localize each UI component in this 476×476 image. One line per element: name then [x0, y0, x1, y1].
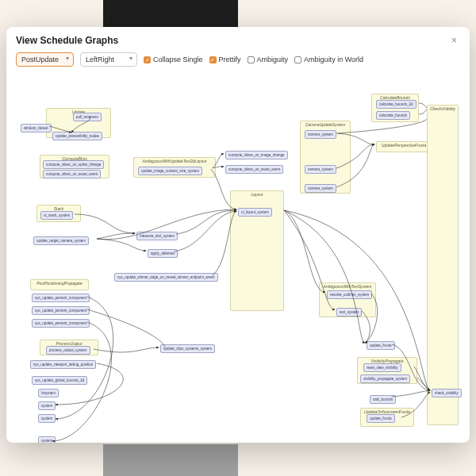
node-system-c[interactable]: system — [38, 436, 56, 443]
close-icon[interactable]: × — [448, 33, 460, 48]
node-compute-slices-image[interactable]: compute_slices_on_image_change — [225, 151, 288, 159]
checkbox-collapse-single[interactable]: Collapse Single — [144, 56, 203, 63]
background-dark-bottom — [103, 444, 238, 476]
group-title: AmbiguousWithUpdateText2dLayout — [134, 159, 215, 163]
group-title: CheckVisibility — [428, 106, 458, 111]
node-apply-deferred[interactable]: apply_deferred — [148, 249, 178, 258]
node-update-clips-systems[interactable]: update_clips_systems_system — [160, 344, 215, 353]
group-title: AmbiguousWithTextSystem — [320, 284, 375, 289]
checkbox-label: Prettify — [219, 56, 241, 63]
group-post-positioning: PostPositioningPropagate — [30, 279, 89, 290]
panel-title: View Schedule Graphs — [16, 35, 118, 46]
node-ui-stack-system[interactable]: ui_stack_system — [40, 211, 73, 220]
toolbar: PostUpdate LeftRight Collapse Single Pre… — [6, 49, 470, 73]
node-compute-slices-asset[interactable]: compute_slices_on_asset_event — [43, 170, 101, 178]
layout-select[interactable]: LeftRight — [80, 52, 137, 67]
panel-header: View Schedule Graphs × — [6, 27, 470, 49]
node-sys-update-global-bounds-2d[interactable]: sys_update_global_bounds_2d — [32, 376, 87, 385]
node-update-image-content[interactable]: update_image_content_size_system — [138, 167, 202, 175]
schedule-select[interactable]: PostUpdate — [16, 52, 74, 67]
node-calculate-bounds-2d[interactable]: calculate_bounds_2d — [376, 100, 416, 109]
node-camera-system-1[interactable]: camera_system — [305, 130, 336, 139]
node-sys-update-percent-2[interactable]: sys_update_percent_component — [32, 306, 90, 315]
node-camera-system-2[interactable]: camera_system — [305, 165, 336, 174]
checkbox-icon — [248, 56, 255, 63]
node-sys-update-winner-edge[interactable]: sys_update_winner_edge_on_reveal_winner_… — [114, 273, 218, 282]
group-title: Layout — [231, 192, 283, 197]
node-update-accessibility-nodes[interactable]: update_accessibility_nodes — [52, 132, 102, 140]
checkbox-ambiguity-world[interactable]: Ambiguity in World — [294, 56, 363, 63]
group-update-persp-frusta: UpdatePerspectiveFrusta — [376, 141, 432, 152]
node-measure-text-system[interactable]: measure_text_system — [136, 232, 178, 240]
node-camera-system-3[interactable]: camera_system — [305, 184, 336, 193]
node-update-target-camera[interactable]: update_target_camera_system — [33, 236, 89, 245]
node-update-frusta[interactable]: update_frusta — [367, 341, 395, 350]
node-ui-layout-system[interactable]: ui_layout_system — [238, 208, 272, 217]
node-calc-bounds[interactable]: calc_bounds — [370, 395, 396, 404]
checkbox-icon — [209, 56, 217, 63]
node-system-b[interactable]: system — [38, 414, 56, 423]
node-sys-update-viewport-debug[interactable]: sys_update_viewport_debug_position — [30, 360, 96, 369]
node-btsystem[interactable]: btsystem — [38, 389, 59, 397]
checkbox-icon — [294, 56, 301, 63]
group-check-visibility: CheckVisibility — [427, 105, 459, 425]
node-process-output-system[interactable]: process_output_system — [46, 346, 90, 355]
node-check-visibility[interactable]: check_visibility — [432, 389, 462, 397]
node-sys-update-percent-3[interactable]: sys_update_percent_component — [32, 319, 90, 328]
node-window-closed[interactable]: window_closed — [21, 124, 52, 132]
group-title: PostPositioningPropagate — [31, 281, 88, 286]
group-title: UpdatePerspectiveFrusta — [377, 143, 431, 148]
node-sys-update-percent-1[interactable]: sys_update_percent_component — [32, 294, 90, 302]
node-resolve-outlines-system[interactable]: resolve_outlines_system — [327, 290, 372, 299]
node-system-a[interactable]: system — [38, 401, 56, 410]
node-reset-view-visibility[interactable]: reset_view_visibility — [363, 363, 401, 372]
group-title: CameraUpdateSystem — [301, 122, 350, 127]
node-calculate-bounds[interactable]: calculate_bounds — [376, 111, 410, 120]
node-compute-slices-sprite[interactable]: compute_slices_on_sprite_change — [43, 160, 104, 169]
checkbox-prettify[interactable]: Prettify — [209, 56, 241, 63]
node-compute-slices-asset2[interactable]: compute_slices_on_asset_event — [225, 165, 283, 174]
node-text-system[interactable]: text_system — [336, 308, 362, 317]
node-update-frusta-2[interactable]: update_frusta — [367, 414, 395, 423]
node-visibility-propagate-system[interactable]: visibility_propagate_system — [360, 374, 410, 383]
checkbox-label: Ambiguity — [257, 56, 289, 63]
checkbox-label: Ambiguity in World — [304, 56, 363, 63]
layout-select-value: LeftRight — [86, 56, 114, 63]
schedule-graph-panel: View Schedule Graphs × PostUpdate LeftRi… — [6, 27, 470, 443]
checkbox-label: Collapse Single — [153, 56, 203, 63]
node-poll-receivers[interactable]: poll_receivers — [73, 113, 102, 121]
checkbox-ambiguity[interactable]: Ambiguity — [248, 56, 289, 63]
checkbox-icon — [144, 56, 151, 63]
graph-canvas[interactable]: Update ComputeBlurs Stack AmbiguousWithU… — [6, 71, 470, 443]
schedule-select-value: PostUpdate — [21, 56, 59, 63]
